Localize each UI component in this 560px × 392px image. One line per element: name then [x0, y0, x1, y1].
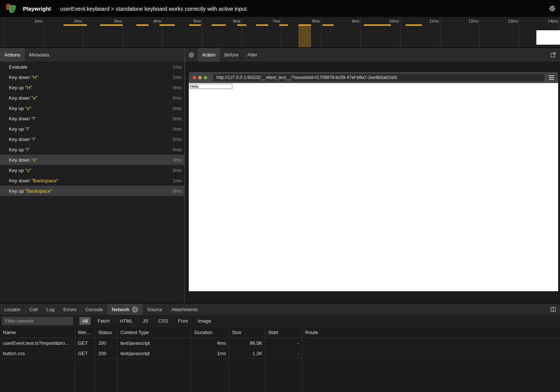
action-key-value: o — [27, 168, 30, 173]
column-header-status: Status — [95, 330, 117, 335]
timeline-tick-label: 10ms — [378, 19, 399, 24]
tab-label: Source — [147, 307, 162, 312]
timeline-gridline — [519, 17, 519, 47]
network-cell: GET — [75, 340, 95, 346]
action-duration: 0ms — [173, 85, 182, 90]
action-label: " — [28, 126, 30, 132]
tab-action[interactable]: Action — [198, 48, 220, 62]
action-label: Key down " — [9, 157, 33, 163]
action-list-item[interactable]: Key down "H"1ms — [0, 72, 184, 82]
network-count-badge: 2 — [132, 306, 138, 313]
action-duration: 0ms — [173, 106, 182, 111]
action-label: " — [30, 85, 32, 90]
tab-label: Before — [224, 52, 238, 58]
filter-chip-html[interactable]: HTML — [117, 317, 136, 325]
network-request-row[interactable]: userEvent.test.ts?import&bro…GET200text/… — [0, 338, 560, 348]
filter-chip-font[interactable]: Font — [175, 317, 191, 325]
tab-label: Metadata — [29, 52, 49, 58]
action-duration: 0ms — [173, 188, 182, 194]
split-columns-icon[interactable] — [547, 304, 559, 315]
hamburger-menu-icon — [549, 75, 554, 80]
action-label: Key down " — [9, 116, 33, 121]
action-list-item[interactable]: Key up "e"0ms — [0, 103, 184, 113]
network-table-header: NameMethodStatusContent TypeDurationSize… — [0, 327, 560, 338]
timeline-action-bar — [212, 24, 226, 26]
action-list-item[interactable]: Key up "Backspace"0ms — [0, 186, 184, 196]
tab-source[interactable]: Source — [143, 304, 167, 315]
tab-log[interactable]: Log — [42, 304, 59, 315]
timeline[interactable]: 1ms2ms3ms4ms5ms6ms7ms8ms9ms10ms11ms12ms1… — [0, 17, 560, 48]
action-list-item[interactable]: Key up "l"0ms — [0, 124, 184, 134]
action-duration: 0ms — [173, 168, 182, 173]
action-list-item[interactable]: Key down "l"0ms — [0, 113, 184, 124]
filter-chip-css[interactable]: CSS — [156, 317, 171, 325]
tab-call[interactable]: Call — [25, 304, 42, 315]
filter-chip-fetch[interactable]: Fetch — [95, 317, 113, 325]
timeline-tick-label: 1ms — [21, 19, 42, 24]
timeline-gridline — [162, 17, 163, 47]
snapshot-area: http://127.0.0.1:63315/__vitest_test__/?… — [185, 62, 560, 303]
action-list-item[interactable]: Key up "l"0ms — [0, 144, 184, 155]
action-label: Key down " — [9, 75, 33, 80]
timeline-screenshot-thumbnail[interactable] — [536, 30, 560, 45]
open-snapshot-popout-icon[interactable] — [547, 48, 559, 62]
tab-console[interactable]: Console — [81, 304, 107, 315]
action-label: Key up " — [9, 147, 27, 152]
tab-errors[interactable]: Errors — [59, 304, 81, 315]
timeline-gridline — [43, 17, 44, 47]
action-list-item[interactable]: Key up "o"0ms — [0, 165, 184, 175]
filter-chip-all[interactable]: All — [79, 317, 91, 325]
timeline-tick-label: 4ms — [140, 19, 161, 24]
action-list-item[interactable]: Key down "o"0ms — [0, 155, 184, 165]
pick-locator-icon[interactable] — [185, 48, 198, 62]
action-label: " — [34, 116, 36, 121]
filter-network-input[interactable] — [2, 317, 73, 325]
tab-locator[interactable]: Locator — [0, 304, 25, 315]
timeline-action-bar — [256, 24, 268, 26]
timeline-gridline — [83, 17, 83, 47]
action-label: Key down " — [9, 95, 33, 101]
network-cell: text/javascript — [117, 340, 191, 346]
browser-chrome: http://127.0.0.1:63315/__vitest_test__/?… — [189, 72, 558, 83]
timeline-action-bar — [64, 24, 87, 26]
traffic-light-yellow — [198, 76, 202, 79]
filter-chip-js[interactable]: JS — [140, 317, 151, 325]
network-cell: userEvent.test.ts?import&bro… — [0, 340, 75, 346]
filter-chip-image[interactable]: Image — [195, 317, 214, 325]
tab-network[interactable]: Network2 — [107, 304, 143, 315]
timeline-action-bar — [237, 24, 246, 26]
timeline-gridline — [479, 17, 480, 47]
action-duration: 0ms — [173, 126, 182, 132]
network-request-row[interactable]: button.cssGET200text/javascript1ms1.2K- — [0, 348, 560, 359]
network-cell: 1.2K — [229, 351, 265, 356]
tab-label: Call — [29, 307, 37, 312]
traffic-light-green — [204, 76, 207, 79]
network-cell: 200 — [95, 340, 117, 346]
tab-label: Attachments — [171, 307, 198, 312]
action-list-item[interactable]: Key down "Backspace"1ms — [0, 175, 184, 186]
tab-before[interactable]: Before — [220, 48, 243, 62]
network-cell: 4ms — [191, 340, 229, 346]
tab-attachments[interactable]: Attachments — [167, 304, 202, 315]
timeline-tick-label: 7ms — [259, 19, 280, 24]
snapshot-text-input[interactable] — [189, 84, 232, 89]
timeline-gridline — [361, 17, 361, 47]
tab-after[interactable]: After — [243, 48, 262, 62]
action-key-value: H — [27, 85, 30, 90]
action-label: Key up " — [9, 168, 27, 173]
action-list-item[interactable]: Evaluate1ms — [0, 62, 184, 72]
action-duration: 1ms — [173, 64, 182, 70]
action-list-item[interactable]: Key down "e"0ms — [0, 93, 184, 103]
action-label: " — [57, 178, 58, 183]
settings-gear-icon[interactable] — [549, 5, 556, 12]
action-label: Key up " — [9, 85, 27, 90]
timeline-tick-label: 5ms — [180, 19, 201, 24]
timeline-tick-label: 13ms — [496, 19, 518, 24]
action-duration: 0ms — [173, 147, 182, 152]
tab-actions[interactable]: Actions — [0, 48, 25, 62]
action-list-item[interactable]: Key up "H"0ms — [0, 82, 184, 93]
action-list-item[interactable]: Key down "l"0ms — [0, 134, 184, 144]
main-area: ActionsMetadata Evaluate1msKey down "H"1… — [0, 48, 560, 303]
timeline-action-bar — [364, 24, 391, 26]
tab-metadata[interactable]: Metadata — [25, 48, 54, 62]
